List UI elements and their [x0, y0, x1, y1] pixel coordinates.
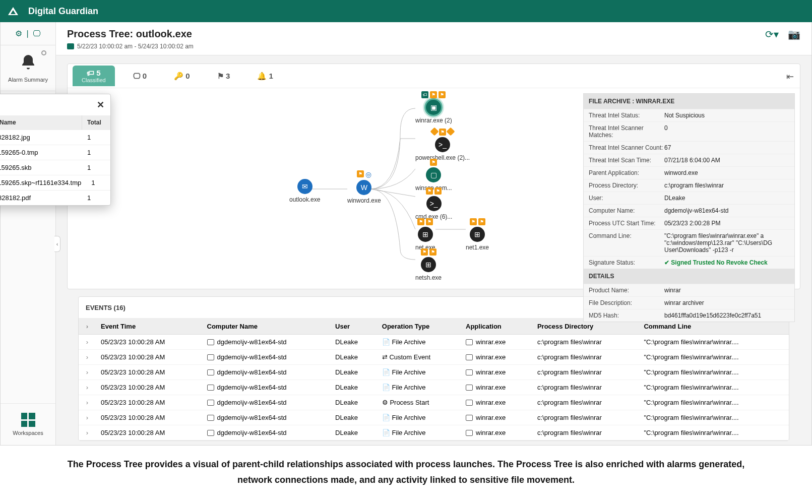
detail-row: File Description:winrar archiver — [584, 296, 794, 309]
summary-tab[interactable]: 🔑 0 — [165, 69, 199, 84]
sliders-icon[interactable]: ⚙ — [15, 29, 22, 38]
detail-row: Threat Intel Scan Time:07/21/18 6:04:00 … — [584, 154, 794, 166]
summary-tab[interactable]: 🖵 0 — [124, 69, 156, 83]
table-row[interactable]: ›05/23/23 10:00:28 AMdgdemo\jv-w81ex64-s… — [79, 425, 789, 440]
detail-row: Product Name:winrar — [584, 284, 794, 296]
summary-tab[interactable]: 🏷 5Classified — [73, 66, 115, 86]
flag-icon: ⚑ — [417, 218, 424, 225]
windows-icon: ⊞ — [418, 227, 433, 242]
flag-icon: ⚑ — [439, 129, 446, 136]
flag-icon: ⚑ — [430, 159, 437, 166]
detail-row: Process Directory:c:\program files\winra… — [584, 179, 794, 192]
refresh-icon[interactable]: ⟳▾ — [765, 28, 779, 40]
left-sidebar: ⚙ | 🖵 Alarm Summary Workspaces — [1, 22, 56, 445]
calendar-icon — [67, 43, 74, 49]
popover-row[interactable]: image_271828182.jpg1 — [0, 130, 110, 145]
winrar-icon: ▣ — [426, 100, 441, 115]
table-row[interactable]: ›05/23/23 10:00:28 AMdgdemo\jv-w81ex64-s… — [79, 350, 789, 365]
events-col[interactable]: Computer Name — [202, 319, 331, 335]
drawer-handle[interactable]: ‹ — [54, 236, 60, 252]
flag-icon: ⚑ — [434, 187, 442, 195]
flag-icon: ⚑ — [470, 218, 477, 225]
date-range: 5/22/23 10:00:02 am - 5/24/23 10:00:02 a… — [77, 43, 194, 50]
caption-text: The Process Tree provides a visual of pa… — [0, 446, 812, 487]
app-icon: ▢ — [426, 167, 441, 182]
classified-popover: Classified ✕ Source File Name Total imag… — [0, 94, 111, 206]
top-bar: Digital Guardian — [0, 0, 812, 22]
expand-icon[interactable]: ⇤ — [786, 71, 794, 82]
popover-row[interactable]: patent_271828182.pdf1 — [0, 190, 110, 205]
logo-icon — [8, 7, 18, 15]
terminal-icon: >_ — [426, 196, 442, 211]
flag-icon: ⚑ — [478, 218, 485, 225]
detail-row: Threat Intel Scanner Matches:0 — [584, 121, 794, 141]
table-row[interactable]: ›05/23/23 10:00:28 AMdgdemo\jv-w81ex64-s… — [79, 395, 789, 410]
node-winword[interactable]: ⚑◎ W winword.exe — [347, 170, 381, 204]
page-header: Process Tree: outlook.exe 5/22/23 10:00:… — [56, 22, 811, 55]
events-table: ›Event TimeComputer NameUserOperation Ty… — [79, 319, 789, 440]
detail-row: MD5 Hash:bd461fffa0d19e15d6223fe0c2ff7a5… — [584, 309, 794, 322]
detail-row: Process UTC Start Time:05/23/23 2:00:28 … — [584, 217, 794, 229]
flag-icon: ⚑ — [426, 218, 433, 225]
expand-col[interactable]: › — [79, 319, 96, 335]
process-tree-canvas: 🏷 5Classified🖵 0🔑 0⚑ 3🔔 1 ⇤ — [67, 64, 800, 289]
sidebar-item-alarm-summary[interactable]: Alarm Summary — [1, 45, 55, 91]
popover-row[interactable]: model_314159265.skb1 — [0, 160, 110, 175]
workspaces-icon — [21, 413, 35, 427]
node-netsh[interactable]: ⚑⚑ ⊞ netsh.exe — [415, 248, 442, 281]
flag-icon: ⚑ — [429, 248, 436, 256]
summary-tab[interactable]: ⚑ 3 — [208, 69, 239, 84]
bell-icon — [19, 53, 37, 72]
summary-tab[interactable]: 🔔 1 — [248, 69, 282, 84]
word-icon: W — [356, 180, 371, 195]
events-title: EVENTS (16) — [86, 304, 126, 311]
popover-row[interactable]: model_314159265.skp~rf1161e334.tmp1 — [0, 175, 110, 190]
events-col[interactable]: Operation Type — [377, 319, 461, 335]
table-row[interactable]: ›05/23/23 10:00:28 AMdgdemo\jv-w81ex64-s… — [79, 410, 789, 425]
popover-row[interactable]: model_314159265-0.tmp1 — [0, 145, 110, 160]
monitor-icon[interactable]: 🖵 — [33, 29, 41, 38]
flag-icon: ⚑ — [439, 91, 446, 98]
detail-row: Computer Name:dgdemo\jv-w81ex64-std — [584, 204, 794, 217]
camera-icon[interactable]: 📷 — [788, 28, 800, 40]
page-title: Process Tree: outlook.exe — [67, 28, 194, 40]
outlook-icon: ✉ — [297, 179, 313, 194]
app-title: Digital Guardian — [28, 6, 98, 17]
details-subheader: DETAILS — [584, 269, 794, 284]
summary-tabs: 🏷 5Classified🖵 0🔑 0⚑ 3🔔 1 — [68, 64, 800, 88]
flag-icon: ⚑ — [426, 187, 433, 195]
terminal-icon: >_ — [435, 137, 450, 152]
events-col[interactable]: Application — [461, 319, 532, 335]
flag-icon: ⚑ — [421, 248, 428, 256]
table-row[interactable]: ›05/23/23 10:00:28 AMdgdemo\jv-w81ex64-s… — [79, 380, 789, 395]
node-powershell[interactable]: ⚑ >_ powershell.exe (2)... — [415, 129, 470, 161]
alarm-indicator-icon — [41, 50, 46, 55]
target-icon: ◎ — [365, 170, 371, 178]
popover-col-total[interactable]: Total — [82, 115, 110, 130]
detail-row: Signature Status:Signed Trusted No Revok… — [584, 256, 794, 269]
diamond-icon — [447, 128, 455, 136]
events-col[interactable]: User — [330, 319, 377, 335]
events-col[interactable]: Event Time — [96, 319, 202, 335]
node-net1[interactable]: ⚑⚑ ⊞ net1.exe — [466, 218, 489, 251]
detail-row: Command Line:"C:\program files\winrar\wi… — [584, 229, 794, 256]
sidebar-item-workspaces[interactable]: Workspaces — [1, 403, 55, 445]
detail-row: Threat Intel Scanner Count:67 — [584, 141, 794, 154]
close-icon[interactable]: ✕ — [97, 99, 104, 110]
detail-row: Threat Intel Status:Not Suspicious — [584, 109, 794, 121]
detail-row: Parent Application:winword.exe — [584, 166, 794, 179]
table-row[interactable]: ›05/23/23 10:00:28 AMdgdemo\jv-w81ex64-s… — [79, 365, 789, 380]
node-net[interactable]: ⚑⚑ ⊞ net.exe — [415, 218, 435, 251]
flag-icon: ⚑ — [430, 91, 437, 98]
diamond-icon — [430, 128, 439, 136]
popover-col-name[interactable]: Source File Name — [0, 115, 82, 130]
node-cmd[interactable]: ⚑⚑ >_ cmd.exe (6)... — [415, 187, 452, 220]
node-winscp[interactable]: ⚑ ▢ winscp.com... — [415, 159, 452, 192]
table-row[interactable]: ›05/23/23 10:00:28 AMdgdemo\jv-w81ex64-s… — [79, 335, 789, 350]
details-panel-title: FILE ARCHIVE : WINRAR.EXE — [584, 94, 794, 109]
node-winrar[interactable]: 🏷⚑⚑ ▣ winrar.exe (2) — [415, 91, 452, 124]
node-outlook[interactable]: ✉ outlook.exe — [289, 179, 320, 203]
detail-row: User:DLeake — [584, 192, 794, 204]
flag-icon: ⚑ — [357, 170, 364, 177]
windows-icon: ⊞ — [470, 227, 485, 242]
